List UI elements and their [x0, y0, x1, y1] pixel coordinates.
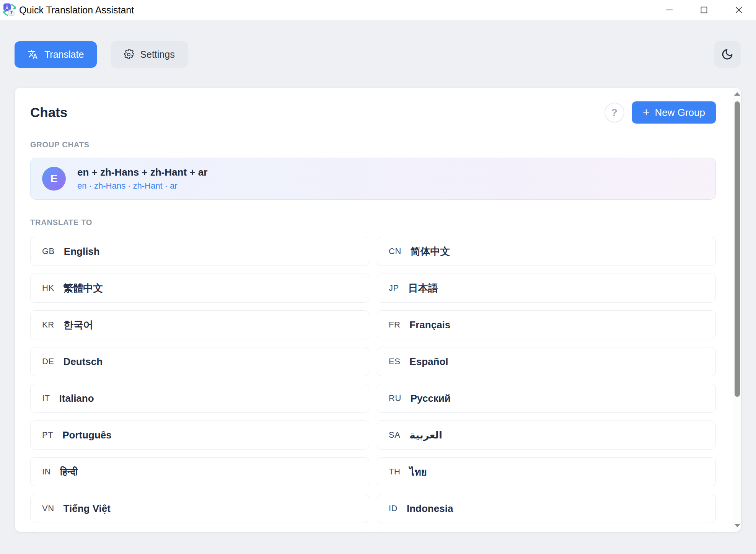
language-code: HK: [42, 283, 54, 293]
minimize-button[interactable]: [652, 0, 686, 20]
language-button[interactable]: GB English: [30, 237, 369, 266]
app-window: 文 T Quick Translation Assistant: [0, 0, 756, 554]
language-name: Deutsch: [64, 356, 103, 368]
language-name: Italiano: [59, 393, 94, 404]
plus-icon: +: [643, 106, 650, 118]
language-code: ES: [389, 357, 400, 367]
maximize-button[interactable]: [686, 0, 721, 20]
language-button[interactable]: ID Indonesia: [377, 494, 716, 523]
group-chat-title: en + zh-Hans + zh-Hant + ar: [77, 166, 207, 178]
header-actions: ? + New Group: [604, 101, 716, 124]
language-button[interactable]: RU Русский: [377, 384, 716, 413]
group-chat-texts: en + zh-Hans + zh-Hant + ar en · zh-Hans…: [77, 166, 207, 191]
language-code: KR: [42, 320, 54, 330]
language-name: Français: [409, 319, 450, 331]
new-group-button[interactable]: + New Group: [632, 101, 716, 124]
window-title: Quick Translation Assistant: [19, 5, 134, 16]
language-name: العربية: [409, 429, 442, 441]
language-code: RU: [389, 393, 401, 403]
language-button[interactable]: PT Português: [30, 420, 369, 450]
scroll-down-arrow-icon[interactable]: [734, 524, 740, 527]
language-name: 한국어: [64, 318, 93, 332]
language-button[interactable]: IN हिन्दी: [30, 457, 369, 486]
scrollbar[interactable]: [733, 88, 741, 532]
language-name: हिन्दी: [60, 466, 78, 478]
tab-settings-label: Settings: [140, 49, 174, 60]
scrollbar-thumb[interactable]: [735, 101, 740, 397]
tab-settings[interactable]: Settings: [111, 41, 187, 68]
language-code: SA: [389, 430, 400, 440]
logo-arrows-icon: [2, 2, 18, 18]
language-code: GB: [42, 246, 55, 256]
language-name: Indonesia: [407, 503, 453, 515]
language-name: 繁體中文: [64, 282, 103, 295]
new-group-label: New Group: [655, 107, 705, 119]
language-button[interactable]: TH ไทย: [377, 457, 716, 486]
help-button-label: ?: [611, 107, 618, 119]
language-name: English: [64, 246, 100, 257]
app-logo-icon: 文 T: [2, 2, 18, 18]
moon-icon: [721, 48, 733, 60]
language-code: IN: [42, 467, 51, 477]
language-code: FR: [389, 320, 400, 330]
translate-to-label: TRANSLATE TO: [30, 218, 716, 227]
language-button[interactable]: IT Italiano: [30, 384, 369, 413]
scroll-up-arrow-icon[interactable]: [734, 92, 740, 96]
close-button[interactable]: [721, 0, 756, 20]
page-title: Chats: [30, 105, 67, 120]
group-chats-label: GROUP CHATS: [30, 140, 716, 149]
translate-icon: [28, 49, 38, 60]
language-name: Tiếng Việt: [64, 503, 111, 515]
language-button-partial[interactable]: [30, 531, 369, 532]
language-button[interactable]: CN 简体中文: [377, 237, 716, 266]
avatar-letter: E: [51, 173, 58, 185]
language-code: JP: [389, 283, 399, 293]
language-button[interactable]: KR 한국어: [30, 310, 369, 339]
language-code: VN: [42, 503, 54, 513]
language-code: ID: [389, 503, 398, 513]
help-button[interactable]: ?: [604, 103, 624, 122]
language-button[interactable]: VN Tiếng Việt: [30, 494, 369, 523]
language-name: 简体中文: [411, 245, 450, 258]
chats-header: Chats ? + New Group: [30, 101, 716, 124]
language-grid: GB English CN 简体中文 HK 繁體中文 JP 日本語 KR 한국어…: [30, 237, 716, 532]
group-chat-item[interactable]: E en + zh-Hans + zh-Hant + ar en · zh-Ha…: [30, 158, 716, 200]
language-code: CN: [389, 246, 401, 256]
language-name: ไทย: [409, 464, 427, 480]
window-controls: [652, 0, 756, 20]
language-name: Español: [409, 356, 448, 368]
chats-panel-content: Chats ? + New Group GROUP CHATS E: [15, 88, 741, 532]
group-chat-languages: en · zh-Hans · zh-Hant · ar: [77, 181, 207, 191]
tab-translate[interactable]: Translate: [15, 41, 97, 68]
top-nav: Translate Settings: [15, 41, 741, 68]
language-button[interactable]: DE Deutsch: [30, 347, 369, 376]
gear-icon: [124, 49, 134, 60]
language-code: TH: [389, 467, 400, 477]
language-button[interactable]: JP 日本語: [377, 274, 716, 303]
language-name: Português: [62, 429, 112, 441]
language-code: IT: [42, 393, 50, 403]
language-button[interactable]: SA العربية: [377, 420, 716, 450]
language-code: PT: [42, 430, 53, 440]
dark-mode-toggle[interactable]: [714, 41, 741, 68]
title-bar: 文 T Quick Translation Assistant: [0, 0, 756, 20]
language-button-partial[interactable]: [377, 531, 716, 532]
tab-translate-label: Translate: [44, 49, 84, 60]
chats-panel: Chats ? + New Group GROUP CHATS E: [15, 88, 741, 532]
language-button[interactable]: FR Français: [377, 310, 716, 339]
language-name: Русский: [411, 393, 451, 404]
language-name: 日本語: [408, 282, 438, 295]
language-button[interactable]: ES Español: [377, 347, 716, 376]
language-button[interactable]: HK 繁體中文: [30, 274, 369, 303]
language-code: DE: [42, 357, 54, 367]
avatar: E: [42, 167, 66, 191]
